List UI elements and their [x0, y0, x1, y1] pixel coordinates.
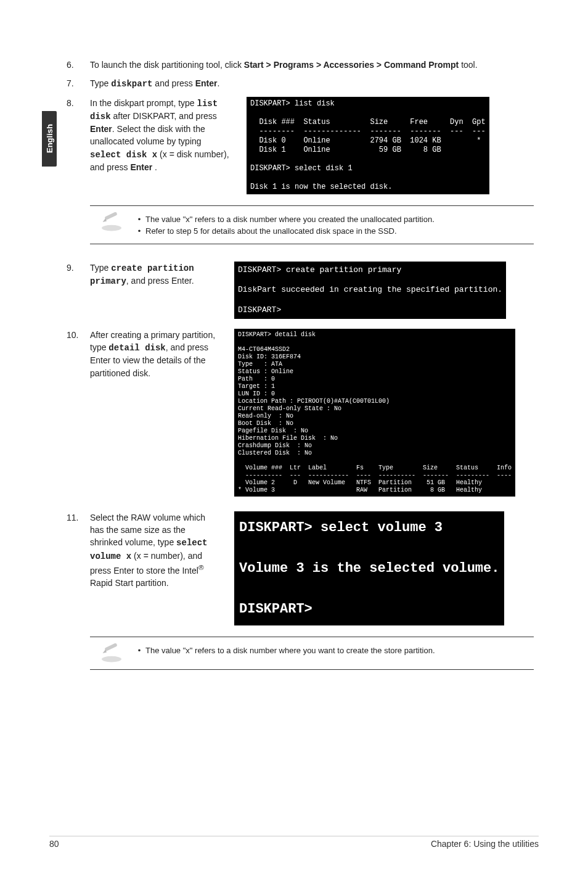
step-text: After creating a primary partition, type…: [90, 329, 219, 379]
text-fragment: Type: [90, 263, 111, 273]
text-fragment: Refer to step 5 for details about the un…: [145, 225, 397, 237]
svg-rect-1: [104, 212, 117, 220]
step-text: In the diskpart prompt, type list disk a…: [90, 97, 232, 174]
key-name: Enter: [90, 124, 112, 134]
page-footer: 80 Chapter 6: Using the utilities: [49, 836, 539, 849]
step-6: 6. To launch the disk partitioning tool,…: [67, 59, 535, 71]
step-11: 11. Select the RAW volume which has the …: [67, 511, 535, 625]
svg-point-3: [102, 656, 121, 662]
registered-mark: ®: [198, 563, 204, 571]
text-fragment: , and press: [166, 342, 208, 352]
language-tab: English: [42, 111, 57, 167]
note-block-1: •The value "x" refers to a disk number w…: [90, 205, 534, 244]
key-name: Enter: [113, 566, 134, 576]
text-fragment: In the diskpart prompt, type: [90, 98, 197, 108]
terminal-output: DISKPART> detail disk M4-CT064M4SSD2 Dis…: [234, 329, 515, 497]
text-fragment: To launch the disk partitioning tool, cl…: [90, 60, 244, 70]
text-fragment: after DISKPART, and press: [111, 111, 217, 121]
text-fragment: , and press: [126, 276, 171, 286]
key-name: Enter: [90, 355, 110, 365]
terminal-output: DISKPART> list disk Disk ### Status Size…: [247, 97, 489, 194]
menu-path: Start > Programs > Accessories > Command…: [244, 60, 459, 70]
note-text: •The value "x" refers to a disk number w…: [133, 643, 435, 657]
terminal-detail-disk: DISKPART> detail disk M4-CT064M4SSD2 Dis…: [234, 329, 515, 497]
text-fragment: to store the Intel: [134, 566, 198, 576]
pencil-icon: [90, 212, 133, 232]
bullet-dot: •: [133, 645, 145, 657]
pencil-icon: [90, 643, 133, 663]
step-number: 10.: [67, 329, 90, 497]
bullet-dot: •: [133, 225, 145, 237]
step-9: 9. Type create partition primary, and pr…: [67, 262, 535, 319]
text-fragment: .: [152, 162, 157, 172]
terminal-output: DISKPART> select volume 3 Volume 3 is th…: [234, 511, 504, 625]
step-text: To launch the disk partitioning tool, cl…: [90, 59, 535, 71]
command-text: select disk x: [90, 150, 157, 160]
terminal-select-volume: DISKPART> select volume 3 Volume 3 is th…: [234, 511, 504, 625]
step-7: 7. Type diskpart and press Enter.: [67, 77, 535, 90]
terminal-list-disk: DISKPART> list disk Disk ### Status Size…: [247, 97, 489, 194]
step-text: Type diskpart and press Enter.: [90, 77, 535, 90]
terminal-output: DISKPART> create partition primary DiskP…: [234, 262, 506, 319]
command-text: diskpart: [111, 79, 152, 89]
main-content: 6. To launch the disk partitioning tool,…: [67, 59, 535, 687]
terminal-create-partition: DISKPART> create partition primary DiskP…: [234, 262, 506, 319]
text-fragment: .: [218, 78, 220, 88]
svg-point-0: [102, 225, 121, 231]
text-fragment: and press: [152, 78, 195, 88]
command-text: detail disk: [108, 343, 165, 353]
step-number: 7.: [67, 77, 90, 90]
text-fragment: The value ": [145, 215, 186, 224]
step-10: 10. After creating a primary partition, …: [67, 329, 535, 497]
text-fragment: tool.: [459, 60, 477, 70]
step-text: Type create partition primary, and press…: [90, 262, 219, 288]
text-fragment: " refers to a disk number where you want…: [190, 646, 435, 655]
key-name: Enter: [195, 78, 218, 88]
step-text: Select the RAW volume which has the same…: [90, 511, 219, 589]
note-text: •The value "x" refers to a disk number w…: [133, 212, 435, 237]
step-8: 8. In the diskpart prompt, type list dis…: [67, 97, 535, 194]
key-name: Enter: [130, 162, 152, 172]
svg-rect-4: [104, 643, 117, 651]
step-number: 8.: [67, 97, 90, 194]
chapter-title: Chapter 6: Using the utilities: [431, 839, 539, 849]
step-number: 11.: [67, 511, 90, 625]
page-number: 80: [49, 839, 59, 849]
key-name: Enter.: [171, 276, 194, 286]
text-fragment: The value ": [145, 646, 186, 655]
text-fragment: Rapid Start partition.: [90, 578, 169, 588]
text-fragment: " refers to a disk number where you crea…: [190, 215, 435, 224]
step-number: 6.: [67, 59, 90, 71]
step-number: 9.: [67, 262, 90, 319]
text-fragment: Type: [90, 78, 111, 88]
note-block-2: •The value "x" refers to a disk number w…: [90, 637, 534, 670]
bullet-dot: •: [133, 213, 145, 226]
